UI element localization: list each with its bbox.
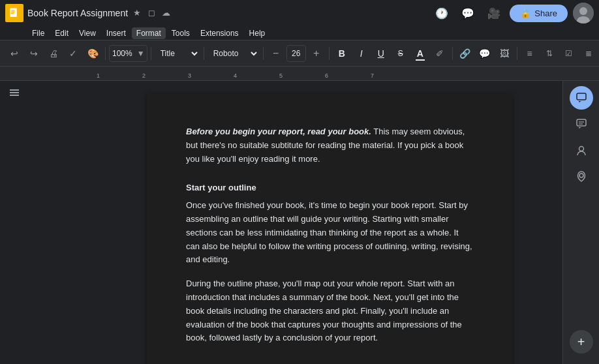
chat-panel-button[interactable] [570, 86, 593, 110]
sidebar-toggle[interactable] [5, 83, 23, 102]
menu-item-format[interactable]: Format [132, 27, 166, 39]
menu-item-insert[interactable]: Insert [102, 27, 131, 39]
menu-item-help[interactable]: Help [245, 27, 270, 39]
italic-button[interactable]: I [352, 44, 371, 63]
paragraph-1-bold-italic: Before you begin your report, read your … [186, 127, 371, 136]
maps-panel-button[interactable] [570, 164, 593, 188]
cloud-icon[interactable]: ☁ [161, 8, 171, 18]
font-size-decrease-button[interactable]: − [267, 44, 285, 63]
menu-item-tools[interactable]: Tools [167, 27, 194, 39]
video-button[interactable]: 🎥 [484, 3, 504, 23]
add-panel-button[interactable]: + [570, 330, 593, 354]
paragraph-3: During the outline phase, you'll map out… [186, 277, 473, 345]
font-size-increase-button[interactable]: + [307, 44, 326, 63]
svg-rect-7 [10, 89, 19, 91]
checklist-button[interactable]: ☑ [560, 44, 578, 63]
paragraph-2: Start your outline Once you've finished … [186, 181, 473, 267]
divider-7 [517, 47, 517, 60]
page-container[interactable]: Before you begin your report, read your … [97, 81, 562, 364]
ruler-tick-5: 5 [279, 72, 283, 79]
header-right: 🕐 💬 🎥 🔒 Share [431, 3, 594, 23]
doc-title[interactable]: Book Report Assignment [27, 8, 128, 18]
paragraph-1-text: Before you begin your report, read your … [186, 125, 473, 166]
divider-3 [204, 47, 204, 60]
paragraph-style-select[interactable]: Title Heading 1 Normal [155, 45, 200, 62]
star-icon[interactable]: ★ [132, 8, 142, 18]
svg-point-5 [579, 7, 587, 15]
right-sidebar: + [562, 81, 599, 364]
line-spacing-button[interactable]: ⇅ [540, 44, 559, 63]
ruler-tick-1: 1 [97, 72, 100, 79]
bold-button[interactable]: B [333, 44, 351, 63]
comments-panel-button[interactable] [570, 112, 593, 136]
ruler-tick-3: 3 [188, 72, 191, 79]
title-bar: Book Report Assignment ★ ◻ ☁ 🕐 💬 🎥 🔒 Sha… [0, 0, 599, 26]
svg-rect-0 [10, 8, 17, 18]
app-icon[interactable] [5, 4, 23, 22]
ruler-tick-7: 7 [371, 72, 374, 79]
link-button[interactable]: 🔗 [456, 44, 474, 63]
spell-check-button[interactable]: ✓ [64, 44, 82, 63]
zoom-control[interactable]: 100% ▼ [109, 45, 147, 62]
svg-rect-10 [577, 93, 586, 100]
svg-rect-8 [10, 92, 19, 93]
svg-rect-11 [577, 119, 586, 126]
paragraph-2-body: Once you've finished your book, it's tim… [186, 199, 473, 267]
paragraph-3-body: During the outline phase, you'll map out… [186, 277, 473, 345]
document-page[interactable]: Before you begin your report, read your … [147, 94, 512, 364]
menu-item-file[interactable]: File [27, 27, 49, 39]
svg-rect-2 [11, 12, 15, 12]
lock-icon: 🔒 [520, 8, 530, 18]
redo-button[interactable]: ↪ [25, 44, 43, 63]
divider-6 [452, 47, 453, 60]
svg-point-14 [579, 147, 583, 151]
strikethrough-button[interactable]: S [392, 44, 410, 63]
font-family-select[interactable]: Roboto Arial Times New Roman [207, 45, 260, 62]
highlight-button[interactable]: ✐ [431, 44, 449, 63]
svg-rect-3 [11, 13, 14, 14]
divider-2 [151, 47, 151, 60]
doc-title-row: Book Report Assignment ★ ◻ ☁ [27, 8, 427, 18]
align-button[interactable]: ≡ [521, 44, 539, 63]
text-color-button[interactable]: A [411, 44, 429, 63]
svg-point-15 [579, 174, 583, 177]
avatar[interactable] [573, 3, 594, 23]
divider-1 [105, 47, 106, 60]
zoom-value: 100% [110, 49, 135, 58]
chat-button[interactable]: 💬 [457, 3, 478, 23]
ruler: 1 2 3 4 5 6 7 [0, 67, 599, 81]
comment-button[interactable]: 💬 [476, 44, 494, 63]
zoom-dropdown-icon[interactable]: ▼ [135, 45, 147, 62]
divider-5 [329, 47, 330, 60]
section-title-outline: Start your outline [186, 181, 473, 195]
svg-rect-9 [10, 95, 19, 96]
ruler-tick-2: 2 [142, 72, 146, 79]
main-area: Before you begin your report, read your … [0, 81, 599, 364]
undo-button[interactable]: ↩ [5, 44, 23, 63]
drive-icon[interactable]: ◻ [146, 8, 157, 18]
divider-4 [263, 47, 264, 60]
history-button[interactable]: 🕐 [431, 3, 452, 23]
font-size-value: 26 [287, 49, 305, 58]
left-panel [0, 81, 97, 364]
ruler-tick-6: 6 [325, 72, 328, 79]
print-button[interactable]: 🖨 [44, 44, 63, 63]
doc-title-area: Book Report Assignment ★ ◻ ☁ [27, 8, 427, 19]
menu-item-extensions[interactable]: Extensions [196, 27, 243, 39]
svg-rect-1 [11, 10, 15, 11]
underline-button[interactable]: U [372, 44, 390, 63]
paragraph-1: Before you begin your report, read your … [186, 125, 473, 166]
font-size-control[interactable]: 26 [286, 45, 306, 62]
menu-item-edit[interactable]: Edit [50, 27, 73, 39]
share-button[interactable]: 🔒 Share [510, 5, 568, 22]
paint-format-button[interactable]: 🎨 [84, 44, 102, 63]
list-button[interactable]: ≣ [579, 44, 598, 63]
image-button[interactable]: 🖼 [495, 44, 514, 63]
menu-bar-row: (function() { const d = JSON.parse(docum… [0, 26, 599, 40]
toolbar: ↩ ↪ 🖨 ✓ 🎨 100% ▼ Title Heading 1 Normal … [0, 40, 599, 67]
share-label: Share [534, 8, 557, 18]
people-panel-button[interactable] [570, 138, 593, 162]
ruler-tick-4: 4 [234, 72, 237, 79]
menu-item-view[interactable]: View [74, 27, 100, 39]
